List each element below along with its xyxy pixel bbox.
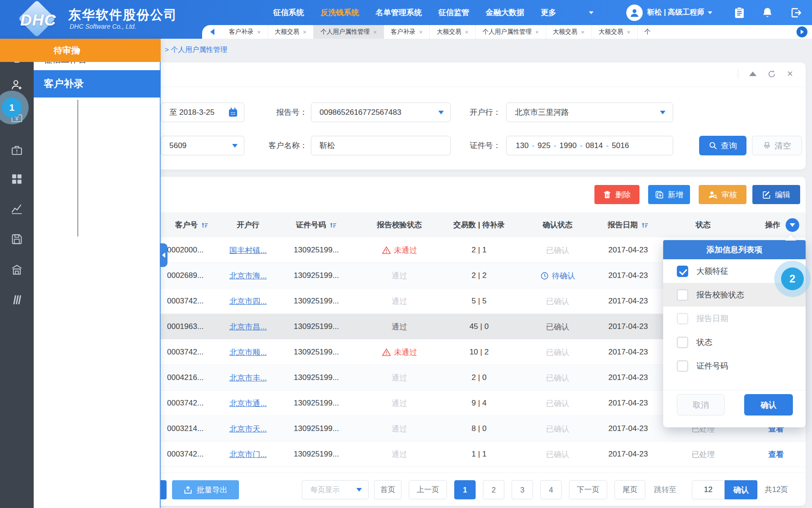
sort-icon[interactable] <box>330 221 337 229</box>
prev-page-button[interactable]: 上一页 <box>409 480 447 499</box>
tab[interactable]: 大额交易 × <box>546 25 592 39</box>
tabs-scroll-left[interactable] <box>202 25 222 39</box>
grid-icon[interactable] <box>10 173 23 185</box>
close-icon[interactable]: × <box>787 69 793 79</box>
jump-page-input[interactable]: 12 <box>692 480 725 499</box>
picker-option[interactable]: 状态 <box>663 330 806 354</box>
calendar-icon[interactable] <box>228 107 239 118</box>
bank-link[interactable]: 北京市四... <box>229 296 267 307</box>
checkbox[interactable] <box>677 313 688 324</box>
nav-item[interactable]: 征信系统 <box>273 7 304 18</box>
checkbox[interactable] <box>677 360 688 372</box>
save-icon[interactable] <box>10 233 23 246</box>
next-page-button[interactable]: 下一页 <box>569 480 607 499</box>
bank-link[interactable]: 北京市天... <box>229 424 267 434</box>
nav-item[interactable]: 征信监管 <box>438 7 469 18</box>
picker-option[interactable]: 证件号码 <box>663 354 806 378</box>
breadcrumb[interactable]: > 个人用户属性管理 <box>165 45 227 55</box>
tab[interactable]: 客户补录 × <box>222 25 268 39</box>
report-date: 2017-04-23 <box>609 399 648 408</box>
page-number-button[interactable]: 3 <box>512 480 533 499</box>
trade-counts: 2 | 2 <box>472 271 487 280</box>
picker-cancel-button[interactable]: 取消 <box>677 394 725 416</box>
sidebar-subitem[interactable]: 待审批 <box>0 39 161 62</box>
edit-button[interactable]: 编辑 <box>752 185 800 204</box>
bank-link[interactable]: 北京市门... <box>229 449 267 460</box>
report-no-select[interactable]: 0098652616772567483 <box>311 103 451 122</box>
sidebar-collapse-handle[interactable] <box>160 243 167 267</box>
tab[interactable]: 个人用户属性管理 × <box>314 25 384 39</box>
bank-link[interactable]: 国丰村镇... <box>229 245 267 256</box>
bank-link[interactable]: 北京市丰... <box>229 373 267 383</box>
view-link[interactable]: 查看 <box>768 449 784 460</box>
code-select[interactable]: 5609 <box>161 136 244 155</box>
jump-confirm-button[interactable]: 确认 <box>725 480 757 499</box>
tab[interactable]: 大额交易 × <box>268 25 314 39</box>
tab-close-icon[interactable]: × <box>373 29 377 36</box>
tab-close-icon[interactable]: × <box>535 29 539 36</box>
avatar[interactable] <box>626 5 643 21</box>
column-settings-toggle[interactable] <box>786 218 799 232</box>
id-no-input[interactable]: 130- 925- 1990- 0814- 5016 <box>506 136 673 155</box>
delete-button[interactable]: 删除 <box>594 185 639 204</box>
collapse-panel-icon[interactable] <box>749 72 756 76</box>
picker-option[interactable]: 报告日期 <box>663 307 806 330</box>
sort-icon[interactable] <box>641 221 649 229</box>
id-number: 130925199... <box>294 450 339 459</box>
bank-link[interactable]: 北京市顺... <box>229 347 267 358</box>
tab-close-icon[interactable]: × <box>581 29 585 36</box>
clipboard-icon[interactable] <box>734 7 745 19</box>
bank-link[interactable]: 北京市通... <box>229 398 267 409</box>
last-page-button[interactable]: 尾页 <box>614 480 645 499</box>
first-page-button[interactable]: 首页 <box>374 480 401 499</box>
audit-button[interactable]: 审核 <box>699 185 746 204</box>
tab[interactable]: 客户补录 × <box>384 25 430 39</box>
clear-button[interactable]: 清空 <box>752 136 802 155</box>
picker-confirm-button[interactable]: 确认 <box>744 394 793 416</box>
table-row[interactable]: 0003742... 北京市门... 130925199... 通过 1 | 1… <box>157 441 806 467</box>
alert-case-icon[interactable] <box>10 144 23 157</box>
checkbox[interactable] <box>677 289 688 301</box>
logout-icon[interactable] <box>790 7 802 19</box>
page-number-button[interactable]: 1 <box>454 480 476 499</box>
tab-close-icon[interactable]: × <box>465 29 468 36</box>
user-add-icon[interactable] <box>10 78 23 91</box>
user-name-title[interactable]: 靳松 | 高级工程师 <box>647 8 704 17</box>
shop-icon[interactable] <box>10 263 23 276</box>
checkbox[interactable] <box>677 266 688 277</box>
nav-item[interactable]: 反洗钱系统 <box>320 7 359 18</box>
customer-no: 0004216... <box>167 373 203 382</box>
nav-item[interactable]: 金融大数据 <box>486 7 524 18</box>
tab-close-icon[interactable]: × <box>257 29 261 36</box>
batch-export-button[interactable]: 批量导出 <box>172 480 239 499</box>
chart-icon[interactable] <box>10 202 23 215</box>
customer-no: 0001963... <box>167 322 203 331</box>
page-number-button[interactable]: 4 <box>540 480 562 499</box>
bank-link[interactable]: 北京市海... <box>229 271 267 281</box>
tabs-scroll-right[interactable] <box>797 26 807 37</box>
page-number-button[interactable]: 2 <box>483 480 504 499</box>
date-to-input[interactable]: 至 2018-3-25 <box>161 103 244 122</box>
checkbox[interactable] <box>677 337 688 348</box>
per-page-select[interactable]: 每页显示 <box>302 480 369 499</box>
sidebar-item-customer-supplement[interactable]: 客户补录 <box>34 70 161 97</box>
nav-item[interactable]: 更多 <box>541 7 556 18</box>
books-icon[interactable] <box>10 293 23 306</box>
bank-link[interactable]: 北京市昌... <box>229 322 267 332</box>
tab[interactable]: 个人用户属性管理 × <box>476 25 546 39</box>
tab[interactable]: 大额交易 × <box>592 25 638 39</box>
customer-name-input[interactable]: 靳松 <box>311 136 451 155</box>
refresh-icon[interactable] <box>767 70 776 78</box>
tab-close-icon[interactable]: × <box>419 29 423 36</box>
tab-close-icon[interactable]: × <box>627 29 630 36</box>
sort-icon[interactable] <box>201 221 208 229</box>
tab[interactable]: 个 × <box>638 25 652 39</box>
nav-more-caret-icon <box>589 11 594 14</box>
bank-select[interactable]: 北京市三里河路 <box>506 103 673 122</box>
add-button[interactable]: 新增 <box>648 185 690 204</box>
query-button[interactable]: 查询 <box>699 136 746 155</box>
bell-icon[interactable] <box>762 7 773 19</box>
tab-close-icon[interactable]: × <box>303 29 307 36</box>
tab[interactable]: 大额交易 × <box>430 25 476 39</box>
nav-item[interactable]: 名单管理系统 <box>376 7 422 18</box>
